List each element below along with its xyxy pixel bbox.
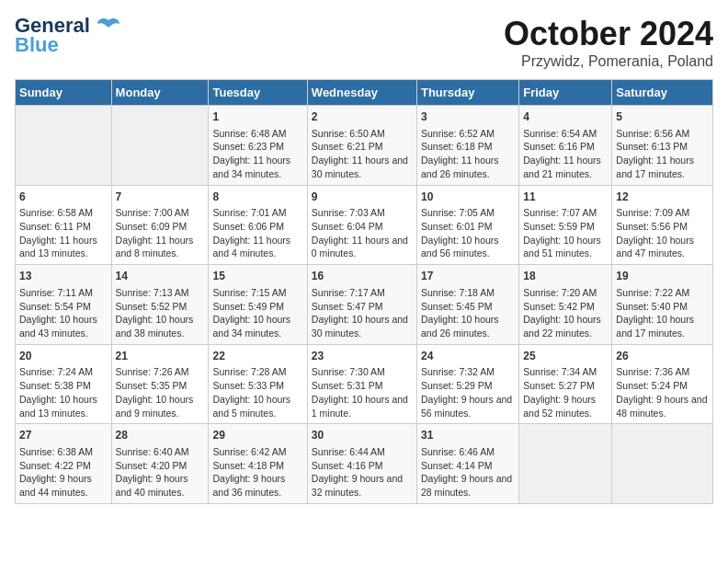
sunrise-text: Sunrise: 7:13 AM [116,286,205,300]
sunset-text: Sunset: 6:23 PM [212,140,302,154]
sunrise-text: Sunrise: 6:38 AM [19,445,108,459]
calendar-cell: 31Sunrise: 6:46 AMSunset: 4:14 PMDayligh… [416,424,518,504]
daylight-text: Daylight: 10 hours and 47 minutes. [616,234,709,260]
calendar-cell: 15Sunrise: 7:15 AMSunset: 5:49 PMDayligh… [209,265,307,345]
sunrise-text: Sunrise: 6:48 AM [212,127,302,141]
sunset-text: Sunset: 5:35 PM [116,379,205,393]
daylight-text: Daylight: 11 hours and 17 minutes. [616,154,709,180]
calendar-cell: 11Sunrise: 7:07 AMSunset: 5:59 PMDayligh… [519,185,612,265]
day-header-sunday: Sunday [16,80,112,106]
sunrise-text: Sunrise: 7:07 AM [523,206,608,220]
calendar-header-row: SundayMondayTuesdayWednesdayThursdayFrid… [16,80,713,106]
sunrise-text: Sunrise: 7:18 AM [421,286,515,300]
sunrise-text: Sunrise: 7:15 AM [212,286,302,300]
sunset-text: Sunset: 6:09 PM [116,220,205,234]
sunset-text: Sunset: 6:11 PM [19,220,108,234]
page-header: General Blue October 2024 Przywidz, Pome… [15,15,713,70]
calendar-cell: 30Sunrise: 6:44 AMSunset: 4:16 PMDayligh… [307,424,416,504]
sunrise-text: Sunrise: 7:34 AM [523,365,608,379]
daylight-text: Daylight: 10 hours and 34 minutes. [212,313,302,339]
calendar-cell: 17Sunrise: 7:18 AMSunset: 5:45 PMDayligh… [416,265,518,345]
daylight-text: Daylight: 10 hours and 5 minutes. [212,393,302,419]
daylight-text: Daylight: 10 hours and 1 minute. [312,393,413,419]
sunrise-text: Sunrise: 7:30 AM [312,365,413,379]
sunrise-text: Sunrise: 6:54 AM [523,127,608,141]
calendar-cell: 4Sunrise: 6:54 AMSunset: 6:16 PMDaylight… [519,106,612,186]
daylight-text: Daylight: 10 hours and 26 minutes. [421,313,515,339]
calendar-cell: 12Sunrise: 7:09 AMSunset: 5:56 PMDayligh… [612,185,713,265]
daylight-text: Daylight: 11 hours and 13 minutes. [19,234,108,260]
sunset-text: Sunset: 5:52 PM [116,300,205,314]
calendar-cell: 5Sunrise: 6:56 AMSunset: 6:13 PMDaylight… [612,106,713,186]
calendar-cell [519,424,612,504]
calendar-cell: 14Sunrise: 7:13 AMSunset: 5:52 PMDayligh… [111,265,209,345]
calendar-cell: 9Sunrise: 7:03 AMSunset: 6:04 PMDaylight… [307,185,416,265]
calendar-cell: 27Sunrise: 6:38 AMSunset: 4:22 PMDayligh… [16,424,112,504]
sunset-text: Sunset: 5:24 PM [616,379,709,393]
daylight-text: Daylight: 9 hours and 36 minutes. [212,472,302,499]
calendar-cell: 1Sunrise: 6:48 AMSunset: 6:23 PMDaylight… [209,106,307,186]
calendar-cell [16,106,112,186]
sunset-text: Sunset: 5:56 PM [616,220,709,234]
day-number: 7 [116,190,205,205]
day-number: 20 [19,349,108,364]
daylight-text: Daylight: 9 hours and 56 minutes. [421,393,515,419]
sunset-text: Sunset: 6:06 PM [212,220,302,234]
day-number: 30 [312,428,413,443]
day-number: 28 [116,428,205,443]
sunset-text: Sunset: 4:16 PM [312,459,413,473]
sunrise-text: Sunrise: 7:20 AM [523,286,608,300]
sunset-text: Sunset: 5:49 PM [212,300,302,314]
calendar-cell: 29Sunrise: 6:42 AMSunset: 4:18 PMDayligh… [209,424,307,504]
sunrise-text: Sunrise: 7:09 AM [616,206,709,220]
daylight-text: Daylight: 9 hours and 52 minutes. [523,393,608,419]
day-number: 8 [212,190,302,205]
calendar-week-row: 20Sunrise: 7:24 AMSunset: 5:38 PMDayligh… [16,344,713,424]
sunrise-text: Sunrise: 6:58 AM [19,206,108,220]
calendar-cell: 19Sunrise: 7:22 AMSunset: 5:40 PMDayligh… [612,265,713,345]
sunset-text: Sunset: 6:16 PM [523,140,608,154]
sunset-text: Sunset: 5:38 PM [19,379,108,393]
day-number: 22 [212,349,302,364]
sunrise-text: Sunrise: 7:00 AM [116,206,205,220]
calendar-cell [111,106,209,186]
daylight-text: Daylight: 11 hours and 34 minutes. [212,154,302,180]
sunrise-text: Sunrise: 7:17 AM [312,286,413,300]
calendar-cell: 18Sunrise: 7:20 AMSunset: 5:42 PMDayligh… [519,265,612,345]
day-header-friday: Friday [519,80,612,106]
title-block: October 2024 Przywidz, Pomerania, Poland [504,15,713,70]
sunset-text: Sunset: 5:31 PM [312,379,413,393]
daylight-text: Daylight: 10 hours and 9 minutes. [116,393,205,419]
day-header-monday: Monday [111,80,209,106]
sunset-text: Sunset: 5:27 PM [523,379,608,393]
day-number: 1 [212,109,302,125]
day-number: 16 [312,269,413,284]
day-number: 25 [523,349,608,364]
day-number: 2 [312,109,413,125]
sunset-text: Sunset: 4:22 PM [19,459,108,473]
sunrise-text: Sunrise: 7:22 AM [616,286,709,300]
sunrise-text: Sunrise: 7:11 AM [19,286,108,300]
daylight-text: Daylight: 10 hours and 17 minutes. [616,313,709,339]
calendar-week-row: 27Sunrise: 6:38 AMSunset: 4:22 PMDayligh… [16,424,713,504]
sunset-text: Sunset: 5:40 PM [616,300,709,314]
page-subtitle: Przywidz, Pomerania, Poland [504,53,713,70]
calendar-cell: 22Sunrise: 7:28 AMSunset: 5:33 PMDayligh… [209,344,307,424]
page-title: October 2024 [504,15,713,53]
daylight-text: Daylight: 10 hours and 22 minutes. [523,313,608,339]
calendar-cell: 28Sunrise: 6:40 AMSunset: 4:20 PMDayligh… [111,424,209,504]
calendar-cell: 24Sunrise: 7:32 AMSunset: 5:29 PMDayligh… [416,344,518,424]
sunrise-text: Sunrise: 7:03 AM [312,206,413,220]
sunset-text: Sunset: 4:14 PM [421,459,515,473]
sunrise-text: Sunrise: 6:40 AM [116,445,205,459]
day-number: 3 [421,109,515,125]
sunrise-text: Sunrise: 7:28 AM [212,365,302,379]
calendar-table: SundayMondayTuesdayWednesdayThursdayFrid… [15,79,713,504]
daylight-text: Daylight: 9 hours and 32 minutes. [312,472,413,499]
day-header-wednesday: Wednesday [307,80,416,106]
day-number: 18 [523,269,608,284]
day-number: 31 [421,428,515,443]
daylight-text: Daylight: 10 hours and 56 minutes. [421,234,515,260]
sunset-text: Sunset: 6:13 PM [616,140,709,154]
day-number: 15 [212,269,302,284]
